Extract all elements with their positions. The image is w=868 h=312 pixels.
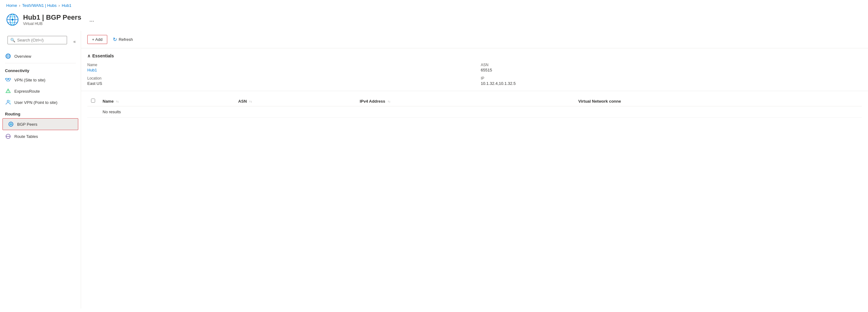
svg-point-23 (8, 92, 8, 92)
hub1-link[interactable]: Hub1 (87, 68, 97, 73)
page-title: Hub1 | BGP Peers (23, 13, 82, 22)
sidebar-item-expressroute[interactable]: ExpressRoute (0, 85, 81, 97)
svg-point-34 (6, 136, 7, 137)
table-header-vnetconne: Virtual Network conne (575, 96, 862, 106)
breadcrumb: Home › TestVWAN1 | Hubs › Hub1 (0, 0, 868, 11)
bgp-icon (8, 121, 14, 127)
refresh-icon: ↻ (113, 36, 117, 42)
sidebar-item-expressroute-label: ExpressRoute (14, 89, 40, 94)
vpn-icon (5, 77, 11, 83)
sidebar-item-bgppeers[interactable]: BGP Peers (2, 118, 78, 130)
essentials-field-asn: ASN 65515 (481, 63, 862, 73)
table-no-results-row: No results (87, 106, 862, 118)
table-header-name: Name ↑↓ (99, 96, 235, 106)
breadcrumb-vwan[interactable]: TestVWAN1 | Hubs (22, 3, 57, 8)
sidebar-item-routetables-label: Route Tables (14, 134, 38, 139)
bgp-peers-table: Name ↑↓ ASN ↑↓ IPv4 Address ↑↓ Virtual (87, 96, 862, 118)
svg-rect-17 (8, 78, 9, 79)
svg-rect-16 (6, 78, 6, 79)
search-bar[interactable]: 🔍 (7, 36, 67, 44)
breadcrumb-hub[interactable]: Hub1 (62, 3, 71, 8)
sidebar-divider-1 (5, 63, 76, 63)
essentials-field-location: Location East US (87, 76, 468, 86)
table-header-checkbox (87, 96, 99, 106)
breadcrumb-home[interactable]: Home (6, 3, 17, 8)
table-header-asn: ASN ↑↓ (235, 96, 356, 106)
essentials-header[interactable]: ∧ Essentials (87, 53, 862, 58)
sort-icon-asn[interactable]: ↑↓ (249, 100, 252, 103)
svg-point-25 (9, 101, 10, 102)
uservpn-icon (5, 99, 11, 106)
add-button[interactable]: + Add (87, 35, 107, 44)
refresh-button[interactable]: ↻ Refresh (108, 35, 137, 44)
svg-point-6 (11, 19, 13, 21)
routetables-icon (5, 133, 11, 139)
page-subtitle: Virtual HUB (23, 22, 82, 26)
essentials-section: ∧ Essentials Name Hub1 ASN 65515 (81, 48, 868, 91)
collapse-button[interactable]: « (72, 38, 77, 45)
svg-point-35 (8, 136, 9, 137)
sidebar-item-vpn-label: VPN (Site to site) (14, 78, 45, 82)
no-results-text: No results (99, 106, 862, 118)
select-all-checkbox[interactable] (91, 98, 95, 103)
sidebar-item-bgppeers-label: BGP Peers (17, 122, 37, 127)
svg-point-24 (7, 100, 9, 102)
table-header-ipv4: IPv4 Address ↑↓ (356, 96, 575, 106)
essentials-field-name: Name Hub1 (87, 63, 468, 73)
sidebar-item-routetables[interactable]: Route Tables (0, 131, 81, 142)
sort-icon-ipv4[interactable]: ↑↓ (388, 100, 390, 103)
sidebar-section-routing: Routing (0, 108, 81, 118)
svg-point-36 (9, 136, 10, 137)
search-icon: 🔍 (10, 38, 15, 42)
sort-icon-name[interactable]: ↑↓ (116, 100, 119, 103)
table-section: Name ↑↓ ASN ↑↓ IPv4 Address ↑↓ Virtual (81, 91, 868, 123)
sidebar-item-vpn[interactable]: VPN (Site to site) (0, 74, 81, 85)
ellipsis-button[interactable]: ... (87, 15, 97, 24)
essentials-field-ip: IP 10.1.32.4,10.1.32.5 (481, 76, 862, 86)
sidebar-section-connectivity: Connectivity (0, 64, 81, 74)
search-input[interactable] (17, 38, 64, 42)
sidebar: 🔍 « Overview Connectivity (0, 31, 81, 309)
toolbar: + Add ↻ Refresh (81, 31, 868, 48)
content-area: + Add ↻ Refresh ∧ Essentials Name Hub1 (81, 31, 868, 309)
globe-icon (5, 53, 11, 59)
expressroute-icon (5, 88, 11, 94)
table-header-row: Name ↑↓ ASN ↑↓ IPv4 Address ↑↓ Virtual (87, 96, 862, 106)
hub-icon (6, 13, 19, 26)
sidebar-item-uservpn[interactable]: User VPN (Point to site) (0, 97, 81, 108)
page-title-group: Hub1 | BGP Peers Virtual HUB (23, 13, 82, 26)
sidebar-item-overview-label: Overview (14, 54, 31, 59)
sidebar-item-uservpn-label: User VPN (Point to site) (14, 100, 57, 105)
main-layout: 🔍 « Overview Connectivity (0, 31, 868, 309)
page-header: Hub1 | BGP Peers Virtual HUB ... (0, 11, 868, 31)
essentials-grid: Name Hub1 ASN 65515 Location East US (87, 63, 862, 86)
sidebar-item-overview[interactable]: Overview (0, 51, 81, 62)
chevron-up-icon: ∧ (87, 53, 90, 58)
